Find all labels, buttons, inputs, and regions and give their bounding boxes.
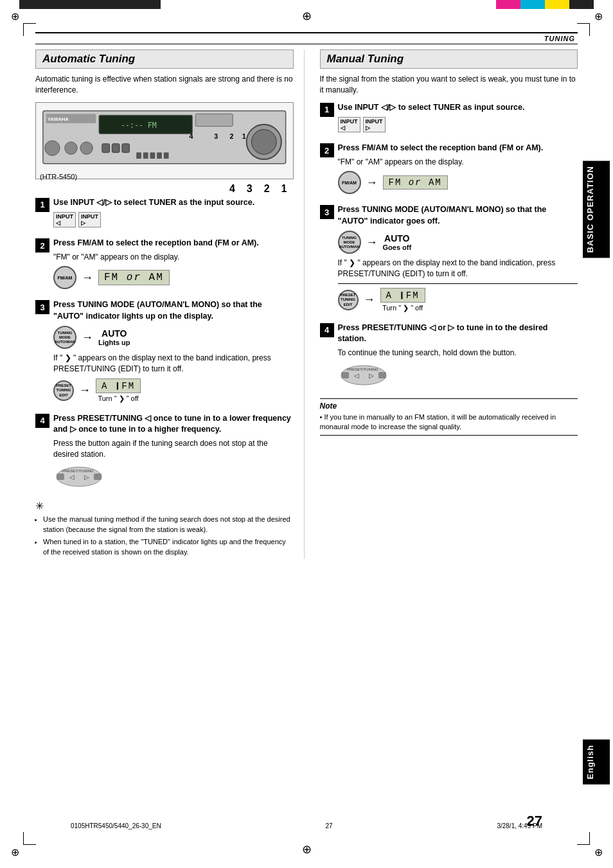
manual-step-4-content: Press PRESET/TUNING ◁ or ▷ to tune in to… bbox=[338, 323, 578, 392]
svg-text:◁: ◁ bbox=[69, 474, 75, 481]
step-2-content: Press FM/AM to select the reception band… bbox=[53, 238, 294, 293]
step-1-content: Use INPUT ◁/▷ to select TUNER as the inp… bbox=[53, 197, 294, 232]
svg-rect-14 bbox=[157, 152, 162, 159]
auto-indicator: AUTO Lights up bbox=[98, 328, 130, 346]
manual-auto-word: AUTO bbox=[384, 233, 409, 244]
svg-rect-31 bbox=[378, 372, 386, 378]
step-3-title: Press TUNING MODE (AUTO/MAN'L MONO) so t… bbox=[53, 299, 294, 322]
step-3-diagram-auto: TUNINGMODEAUTO/MAN → AUTO Lights up bbox=[53, 326, 294, 349]
top-center-mark: ⊕ bbox=[302, 9, 312, 23]
corner-mark-bl bbox=[23, 832, 36, 845]
manual-fm-am-button: FM/AM bbox=[338, 171, 361, 194]
auto-word: AUTO bbox=[102, 328, 127, 339]
auto-step-2: 2 Press FM/AM to select the reception ba… bbox=[35, 238, 294, 293]
svg-text:▷: ▷ bbox=[369, 372, 374, 379]
manual-step-4-body: To continue the tuning search, hold down… bbox=[338, 348, 578, 359]
auto-tuning-section: Automatic Tuning Automatic tuning is eff… bbox=[35, 49, 305, 559]
section-header: TUNING bbox=[544, 35, 575, 42]
manual-preset-tuning-svg: ◁ ▷ PRESET/TUNING bbox=[338, 362, 389, 388]
tip-2: When tuned in to a station, the "TUNED" … bbox=[43, 536, 294, 558]
manual-lcd-preset: A ❙FM bbox=[380, 288, 425, 303]
svg-text:◁: ◁ bbox=[354, 372, 359, 379]
preset-tuning-svg: ◁ ▷ PRESET/TUNING bbox=[53, 464, 105, 490]
auto-step-3: 3 Press TUNING MODE (AUTO/MAN'L MONO) so… bbox=[35, 299, 294, 407]
step-num-4: 4 bbox=[35, 414, 49, 428]
manual-lcd-2: FM or AM bbox=[383, 175, 448, 190]
svg-text:PRESET/TUNING: PRESET/TUNING bbox=[62, 469, 94, 473]
footer-center: 27 bbox=[325, 822, 332, 829]
manual-arrow-2: → bbox=[366, 176, 378, 190]
svg-point-7 bbox=[80, 141, 93, 154]
color-magenta bbox=[496, 0, 520, 9]
svg-rect-11 bbox=[136, 152, 141, 159]
num-2: 2 bbox=[264, 183, 270, 195]
step-4-content: Press PRESET/TUNING ◁ once to tune in to… bbox=[53, 413, 294, 493]
color-yellow bbox=[545, 0, 569, 9]
manual-turn-label: Turn " ❯ " off bbox=[382, 304, 423, 312]
manual-tuning-intro: If the signal from the station you want … bbox=[320, 74, 578, 96]
svg-rect-30 bbox=[341, 372, 349, 378]
basic-operation-sidebar: BASIC OPERATION bbox=[583, 161, 610, 258]
color-black-bar bbox=[569, 0, 594, 9]
svg-text:YAMAHA: YAMAHA bbox=[48, 116, 69, 122]
manual-step-3-title: Press TUNING MODE (AUTO/MAN'L MONO) so t… bbox=[338, 204, 578, 227]
reg-mark-bl: ⊕ bbox=[9, 846, 21, 858]
reg-mark-tl: ⊕ bbox=[9, 10, 21, 22]
manual-step-1-content: Use INPUT ◁/▷ to select TUNER as input s… bbox=[338, 102, 578, 137]
reg-mark-br: ⊕ bbox=[592, 846, 604, 858]
tips-box: ✳ Use the manual tuning method if the tu… bbox=[35, 500, 294, 558]
step-num-3: 3 bbox=[35, 300, 49, 314]
corner-mark-tl bbox=[23, 23, 36, 36]
step-2-diagram: FM/AM → FM or AM bbox=[53, 266, 294, 289]
step-4-title: Press PRESET/TUNING ◁ once to tune in to… bbox=[53, 413, 294, 436]
step-2-title: Press FM/AM to select the reception band… bbox=[53, 238, 294, 249]
svg-rect-15 bbox=[164, 152, 169, 159]
top-bar-black bbox=[19, 0, 161, 9]
note-title: Note bbox=[320, 402, 578, 411]
manual-step-num-1: 1 bbox=[320, 103, 334, 117]
receiver-caption: (HTR-5450) bbox=[40, 173, 289, 181]
manual-step-num-3: 3 bbox=[320, 205, 334, 219]
svg-text:PRESET/TUNING: PRESET/TUNING bbox=[347, 368, 378, 371]
manual-step-3-diagram-preset: PRESETTUNINGEDIT → A ❙FM Turn " ❯ " off bbox=[338, 288, 578, 312]
svg-text:2: 2 bbox=[229, 132, 233, 140]
step-3-content: Press TUNING MODE (AUTO/MAN'L MONO) so t… bbox=[53, 299, 294, 407]
svg-rect-25 bbox=[94, 474, 102, 480]
auto-tuning-title: Automatic Tuning bbox=[35, 49, 294, 69]
svg-text:1: 1 bbox=[242, 132, 246, 140]
manual-step-num-4: 4 bbox=[320, 323, 334, 337]
svg-rect-8 bbox=[102, 143, 110, 152]
step-num-2: 2 bbox=[35, 238, 49, 252]
preset-edit-button: PRESETTUNINGEDIT bbox=[53, 380, 74, 401]
tips-icon: ✳ bbox=[35, 500, 294, 512]
manual-step-2-body: "FM" or "AM" appears on the display. bbox=[338, 157, 578, 168]
manual-step-3-body: If " ❯ " appears on the display next to … bbox=[338, 258, 578, 279]
svg-point-5 bbox=[45, 141, 60, 155]
receiver-image: YAMAHA --:-- FM bbox=[35, 102, 294, 179]
turn-label-auto: Turn " ❯ " off bbox=[98, 394, 138, 403]
step-1-title: Use INPUT ◁/▷ to select TUNER as the inp… bbox=[53, 197, 294, 209]
content-area: TUNING Automatic Tuning Automatic tuning… bbox=[35, 32, 578, 836]
auto-tuning-intro: Automatic tuning is effective when stati… bbox=[35, 74, 294, 96]
arrow-preset: → bbox=[79, 384, 91, 397]
svg-rect-13 bbox=[150, 152, 155, 159]
two-col-layout: Automatic Tuning Automatic tuning is eff… bbox=[35, 49, 578, 559]
reg-mark-tr: ⊕ bbox=[592, 10, 604, 22]
corner-mark-br bbox=[577, 832, 590, 845]
manual-tuning-mode-button: TUNINGMODEAUTO/MAN bbox=[338, 231, 361, 254]
step-3-body: If " ❯ " appears on the display next to … bbox=[53, 353, 294, 375]
page: ⊕ ⊕ ⊕ ⊕ ⊕ ⊕ TUNING Automatic Tuning Auto… bbox=[0, 0, 613, 868]
page-footer: 0105HTR5450/5440_26-30_EN 27 3/28/1, 4:4… bbox=[71, 822, 542, 829]
manual-tuning-title: Manual Tuning bbox=[320, 49, 578, 69]
page-number: 27 bbox=[527, 813, 542, 829]
svg-rect-22 bbox=[195, 114, 233, 126]
step-3-diagram-preset: PRESETTUNINGEDIT → A ❙FM Turn " ❯ " off bbox=[53, 378, 294, 403]
svg-text:3: 3 bbox=[214, 132, 218, 140]
num-4: 4 bbox=[229, 183, 235, 195]
manual-step-4: 4 Press PRESET/TUNING ◁ or ▷ to tune in … bbox=[320, 323, 578, 392]
lights-up-label: Lights up bbox=[98, 339, 130, 346]
lcd-display: FM or AM bbox=[98, 270, 170, 285]
auto-step-1: 1 Use INPUT ◁/▷ to select TUNER as the i… bbox=[35, 197, 294, 232]
svg-text:--:-- FM: --:-- FM bbox=[121, 120, 157, 129]
lcd-preset: A ❙FM bbox=[96, 378, 141, 393]
